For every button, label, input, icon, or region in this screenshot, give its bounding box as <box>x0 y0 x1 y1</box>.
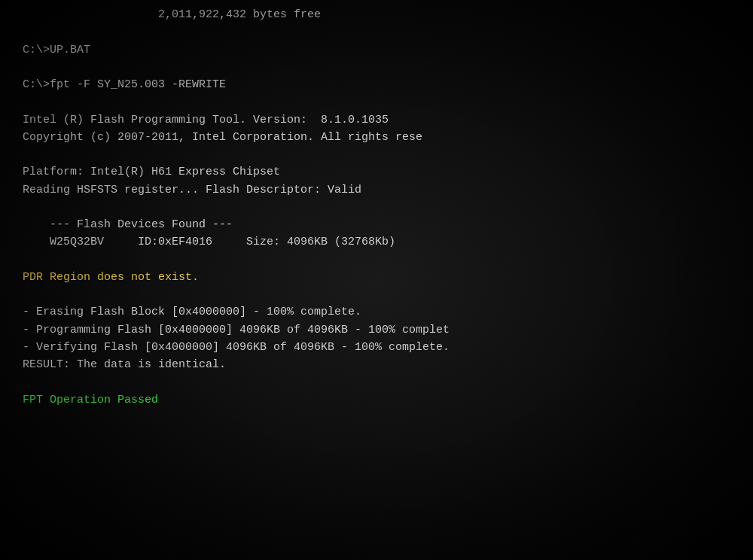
line-programming: - Programming Flash [0x4000000] 4096KB o… <box>23 321 730 339</box>
spacer-1 <box>23 23 730 41</box>
line-platform: Platform: Intel(R) H61 Express Chipset <box>23 163 730 181</box>
line-erasing: - Erasing Flash Block [0x4000000] - 100%… <box>23 303 730 321</box>
line-flash-tool-name: Intel (R) Flash Programming Tool. Versio… <box>23 111 730 129</box>
spacer-8 <box>23 373 730 391</box>
line-verifying: - Verifying Flash [0x4000000] 4096KB of … <box>23 339 730 356</box>
line-bytes-free: 2,011,922,432 bytes free <box>23 6 730 23</box>
spacer-7 <box>23 286 730 303</box>
line-result: RESULT: The data is identical. <box>23 356 730 373</box>
spacer-5 <box>23 199 730 216</box>
spacer-2 <box>23 59 730 76</box>
screen-container: 2,011,922,432 bytes free C:\>UP.BAT C:\>… <box>0 0 753 560</box>
line-flash-devices-header: --- Flash Devices Found --- <box>23 216 730 233</box>
spacer-4 <box>23 146 730 163</box>
line-pdr-region: PDR Region does not exist. <box>23 269 730 286</box>
line-flash-tool-copyright: Copyright (c) 2007-2011, Intel Corporati… <box>23 129 730 146</box>
line-cmd-upbat: C:\>UP.BAT <box>23 41 730 59</box>
line-cmd-fpt: C:\>fpt -F SY_N25.003 -REWRITE <box>23 76 730 93</box>
spacer-6 <box>23 251 730 269</box>
spacer-3 <box>23 93 730 111</box>
line-flash-device-info: W25Q32BV ID:0xEF4016 Size: 4096KB (32768… <box>23 233 730 251</box>
terminal-output: 2,011,922,432 bytes free C:\>UP.BAT C:\>… <box>0 0 753 560</box>
line-reading-hsfsts: Reading HSFSTS register... Flash Descrip… <box>23 181 730 199</box>
line-fpt-passed: FPT Operation Passed <box>23 391 730 409</box>
